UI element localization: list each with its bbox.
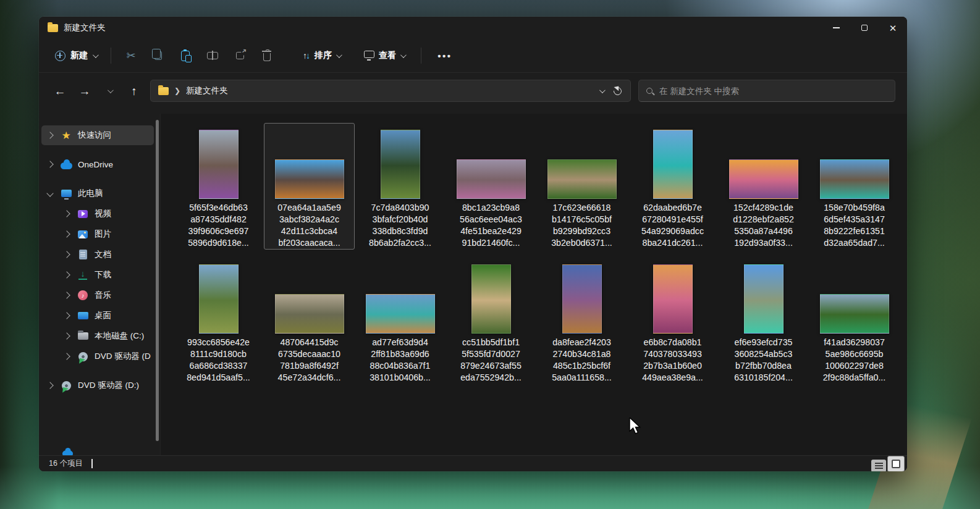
sidebar-item-desktop[interactable]: 桌面 — [41, 306, 154, 326]
chevron-down-icon — [400, 52, 407, 58]
sidebar-item-music[interactable]: 音乐 — [41, 285, 154, 305]
chevron-right-icon[interactable] — [63, 230, 70, 237]
search-box[interactable] — [638, 80, 895, 102]
chevron-right-icon[interactable] — [63, 353, 70, 360]
sidebar-item-downloads[interactable]: 下载 — [41, 265, 154, 285]
file-item[interactable]: cc51bb5df1bf1 5f535fd7d0027 879e24673af5… — [446, 258, 536, 384]
sidebar-item-videos[interactable]: 视频 — [41, 204, 154, 224]
close-button[interactable]: ✕ — [879, 17, 907, 39]
chevron-right-icon[interactable] — [63, 332, 70, 339]
file-item[interactable]: 158e70b459f8a 6d5ef435a3147 8b9222fe6135… — [809, 123, 900, 250]
file-item[interactable]: 487064415d9c 6735decaaac10 781b9a8f6492f… — [264, 258, 355, 384]
file-item[interactable]: 07ea64a1aa5e9 3abcf382a4a2c 42d11c3cbca4… — [264, 123, 355, 250]
arrow-left-icon: ← — [54, 85, 66, 97]
delete-trash-icon — [263, 53, 271, 61]
toolbar-separator — [111, 48, 111, 64]
chevron-right-icon[interactable] — [46, 161, 53, 167]
file-item[interactable]: da8feae2f4203 2740b34c81a8 485c1b25bcf6f… — [536, 258, 627, 384]
file-item[interactable]: e6b8c7da08b1 740378033493 2b7b3a1b60e0 4… — [627, 258, 718, 384]
chevron-right-icon[interactable] — [63, 312, 70, 319]
file-item[interactable]: 62daabed6b7e 67280491e455f 54a929069adcc… — [627, 123, 718, 250]
sidebar-item-quick-access[interactable]: 快速访问 — [41, 125, 154, 145]
maximize-button[interactable] — [850, 17, 879, 39]
titlebar[interactable]: 新建文件夹 ✕ — [39, 17, 907, 39]
sidebar-item-onedrive[interactable]: OneDrive — [41, 154, 154, 174]
forward-button[interactable]: → — [72, 80, 97, 102]
thumbnail-area — [719, 124, 808, 199]
close-icon: ✕ — [889, 23, 897, 33]
paste-icon — [181, 51, 190, 61]
chevron-right-icon[interactable] — [46, 132, 53, 138]
chevron-right-icon[interactable] — [63, 271, 70, 278]
search-input[interactable] — [659, 86, 887, 96]
file-name: 993cc6856e42e 8111c9d180cb 6a686cd38337 … — [187, 337, 250, 384]
view-button[interactable]: 查看 — [358, 45, 411, 66]
large-thumbnails-view-button[interactable] — [887, 456, 905, 472]
view-monitor-icon — [364, 51, 374, 58]
chevron-right-icon[interactable] — [46, 382, 53, 389]
file-thumbnail — [199, 264, 239, 334]
sidebar-item-local-disk-c[interactable]: 本地磁盘 (C:) — [41, 326, 154, 346]
mouse-cursor — [629, 418, 643, 436]
file-name: 7c7da8403b90 3bfafcf20b40d 338db8c3fd9d … — [369, 202, 431, 249]
recent-locations-button[interactable] — [97, 80, 122, 102]
file-thumbnail — [366, 294, 435, 334]
share-button[interactable] — [226, 44, 253, 67]
sidebar-scrollbar[interactable] — [156, 120, 159, 441]
rename-button[interactable] — [199, 44, 226, 67]
chevron-right-icon[interactable] — [63, 251, 70, 258]
minimize-button[interactable] — [822, 17, 850, 39]
sidebar-item-documents[interactable]: 文档 — [41, 245, 154, 264]
copy-icon — [154, 51, 162, 60]
file-item[interactable]: 8bc1a23cb9a8 56ac6eee04ac3 4fe51bea2e429… — [446, 123, 536, 250]
thumbnail-area — [446, 124, 536, 199]
delete-button[interactable] — [253, 44, 281, 67]
file-item[interactable]: f41ad36298037 5ae986c6695b 100602297de8 … — [809, 258, 900, 384]
thumbnail-area — [537, 124, 627, 199]
breadcrumb[interactable]: 新建文件夹 — [186, 85, 228, 96]
chevron-right-icon[interactable] — [63, 210, 70, 217]
copy-button[interactable] — [145, 44, 172, 67]
file-item[interactable]: 5f65f3e46db63 a87435ddf482 39f9606c9e697… — [173, 123, 264, 250]
sidebar-item-pictures[interactable]: 图片 — [41, 224, 154, 244]
minimize-icon — [833, 27, 840, 28]
chevron-right-icon[interactable] — [63, 292, 70, 298]
sort-button-label: 排序 — [315, 50, 332, 61]
file-name: 8bc1a23cb9a8 56ac6eee04ac3 4fe51bea2e429… — [460, 202, 522, 249]
sidebar-item-dvd-drive-1[interactable]: DVD 驱动器 (D — [41, 347, 154, 366]
sidebar-item-label: DVD 驱动器 (D — [95, 351, 151, 362]
chevron-down-icon — [336, 52, 342, 58]
status-bar: 16 个项目 — [39, 455, 907, 471]
refresh-icon[interactable] — [612, 85, 623, 96]
cut-button[interactable]: ✂ — [117, 44, 145, 67]
file-item[interactable]: 152cf4289c1de d1228ebf2a852 5350a87a4496… — [718, 123, 809, 250]
file-item[interactable]: ef6e93efcd735 3608254ab5c3 b72fbb70d8ea … — [718, 258, 809, 384]
dvd-icon — [77, 351, 89, 362]
file-item[interactable]: 17c623e66618 b14176c5c05bf b9299bd92cc3 … — [536, 123, 627, 250]
file-thumbnail — [275, 294, 344, 334]
sort-button[interactable]: ↑↓ 排序 — [297, 45, 347, 66]
details-view-button[interactable] — [871, 460, 886, 472]
file-item[interactable]: 993cc6856e42e 8111c9d180cb 6a686cd38337 … — [173, 258, 264, 384]
sidebar: 快速访问OneDrive此电脑视频图片文档下载音乐桌面本地磁盘 (C:)DVD … — [39, 114, 160, 455]
sidebar-item-dvd-drive-2[interactable]: DVD 驱动器 (D:) — [41, 376, 154, 395]
address-dropdown-chevron-icon[interactable] — [599, 87, 606, 93]
paste-button[interactable] — [172, 44, 199, 67]
file-list-area[interactable]: 5f65f3e46db63 a87435ddf482 39f9606c9e697… — [160, 114, 907, 455]
up-button[interactable]: ↑ — [122, 80, 146, 102]
text-caret — [91, 459, 93, 468]
sidebar-item-this-pc[interactable]: 此电脑 — [41, 183, 154, 203]
file-item[interactable]: ad77ef63d9d4 2ff81b83a69d6 88c04b836a7f1… — [355, 258, 446, 384]
back-button[interactable]: ← — [48, 80, 72, 102]
file-item[interactable]: 7c7da8403b90 3bfafcf20b40d 338db8c3fd9d … — [355, 123, 446, 250]
sidebar-item-clipped[interactable] — [61, 447, 79, 455]
address-bar[interactable]: ❯ 新建文件夹 — [150, 80, 631, 102]
sidebar-item-label: 下载 — [95, 269, 111, 280]
toolbar-separator — [421, 48, 421, 64]
file-name: ef6e93efcd735 3608254ab5c3 b72fbb70d8ea … — [734, 337, 793, 384]
sidebar-item-label: 此电脑 — [78, 188, 103, 199]
new-button[interactable]: 新建 — [48, 46, 104, 65]
more-options-button[interactable]: ••• — [431, 44, 458, 67]
view-button-label: 查看 — [379, 50, 396, 61]
chevron-down-icon[interactable] — [46, 190, 53, 196]
